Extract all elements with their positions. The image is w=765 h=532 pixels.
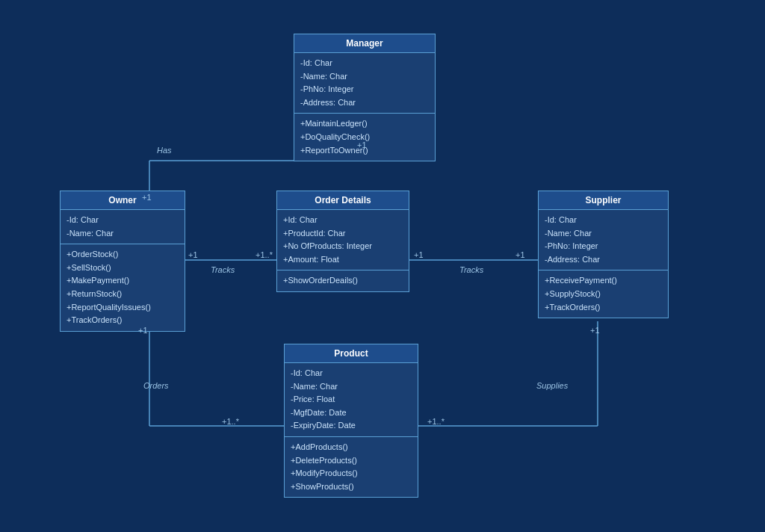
mult-manager-owner-2: +1 bbox=[142, 193, 152, 202]
product-class: Product -Id: Char -Name: Char -Price: Fl… bbox=[284, 344, 418, 498]
owner-methods: +OrderStock() +SellStock() +MakePayment(… bbox=[61, 244, 185, 331]
mult-order-supplier-2: +1 bbox=[515, 250, 525, 259]
supplier-class: Supplier -Id: Char -Name: Char -PhNo: In… bbox=[538, 191, 669, 318]
mult-owner-order-1: +1 bbox=[188, 250, 198, 259]
orders-label: Orders bbox=[143, 381, 169, 390]
diagram-container: Manager -Id: Char -Name: Char -PhNo: Int… bbox=[0, 0, 765, 532]
supplier-title: Supplier bbox=[539, 191, 668, 210]
mult-order-supplier-1: +1 bbox=[414, 250, 424, 259]
supplier-methods: +ReceivePayment() +SupplyStock() +TrackO… bbox=[539, 270, 668, 318]
product-title: Product bbox=[285, 344, 418, 363]
tracks-left-label: Tracks bbox=[211, 265, 235, 274]
mult-owner-order-2: +1..* bbox=[255, 250, 273, 259]
mult-supplier-product-1: +1 bbox=[590, 326, 600, 335]
orderdetails-class: Order Details +Id: Char +ProductId: Char… bbox=[276, 191, 409, 292]
manager-methods: +MaintainLedger() +DoQualityCheck() +Rep… bbox=[294, 114, 435, 161]
owner-attributes: -Id: Char -Name: Char bbox=[61, 210, 185, 244]
mult-supplier-product-2: +1..* bbox=[427, 417, 445, 426]
owner-title: Owner bbox=[61, 191, 185, 210]
mult-owner-product-2: +1..* bbox=[222, 417, 239, 426]
supplies-label: Supplies bbox=[536, 381, 568, 390]
supplier-attributes: -Id: Char -Name: Char -PhNo: Integer -Ad… bbox=[539, 210, 668, 270]
manager-title: Manager bbox=[294, 34, 435, 53]
product-attributes: -Id: Char -Name: Char -Price: Float -Mgf… bbox=[285, 363, 418, 437]
manager-attributes: -Id: Char -Name: Char -PhNo: Integer -Ad… bbox=[294, 53, 435, 114]
orderdetails-methods: +ShowOrderDeails() bbox=[277, 270, 409, 291]
mult-manager-owner-1: +1 bbox=[357, 140, 367, 149]
mult-owner-product-1: +1 bbox=[138, 326, 148, 335]
tracks-right-label: Tracks bbox=[459, 265, 483, 274]
has-label: Has bbox=[157, 146, 172, 155]
owner-class: Owner -Id: Char -Name: Char +OrderStock(… bbox=[60, 191, 185, 332]
orderdetails-attributes: +Id: Char +ProductId: Char +No OfProduct… bbox=[277, 210, 409, 270]
product-methods: +AddProducts() +DeleteProducts() +Modify… bbox=[285, 437, 418, 497]
orderdetails-title: Order Details bbox=[277, 191, 409, 210]
